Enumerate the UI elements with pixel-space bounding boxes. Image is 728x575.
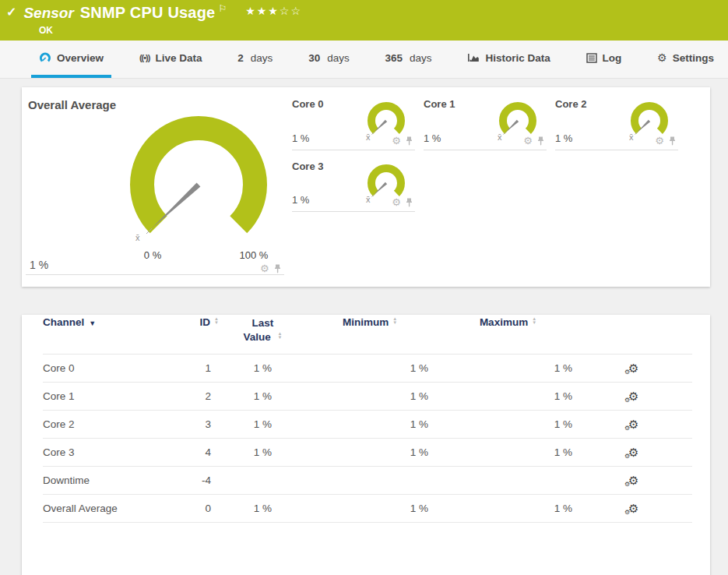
channel-maximum: 1 % bbox=[436, 411, 580, 439]
column-label: Minimum bbox=[343, 316, 389, 328]
tab-log[interactable]: Log bbox=[579, 41, 630, 78]
channel-id: 3 bbox=[187, 411, 222, 439]
gear-icon[interactable]: ⚙ bbox=[655, 136, 664, 146]
tab-number: 365 bbox=[385, 52, 403, 64]
channel-last-value: 1 % bbox=[222, 383, 304, 411]
tab-settings[interactable]: ⚙ Settings bbox=[649, 41, 722, 78]
gear-icon[interactable]: ⚙ bbox=[523, 136, 533, 146]
sort-desc-icon: ▼ bbox=[89, 319, 96, 327]
gauge-action-icons: ⚙ bbox=[655, 136, 677, 146]
sensor-title-row: ✓ Sensor SNMP CPU Usage ⚐ ★★★☆☆ bbox=[6, 2, 302, 23]
mean-marker: x̄ bbox=[135, 233, 140, 242]
gear-icon[interactable]: ⚙ bbox=[260, 263, 269, 273]
column-header-actions bbox=[580, 315, 692, 355]
channel-id: 2 bbox=[187, 383, 222, 411]
pin-icon[interactable] bbox=[273, 264, 282, 273]
channel-settings-icon[interactable]: ⚙⚙ bbox=[628, 503, 638, 514]
column-label: Maximum bbox=[480, 316, 528, 328]
channel-settings-icon[interactable]: ⚙⚙ bbox=[628, 418, 638, 430]
overall-average-gauge: x̄ bbox=[121, 111, 276, 245]
tab-label: Historic Data bbox=[485, 52, 550, 64]
object-kind-label: Sensor bbox=[23, 2, 73, 23]
pin-icon[interactable] bbox=[536, 136, 545, 146]
tab-365-days[interactable]: 365 days bbox=[378, 41, 440, 78]
channel-minimum: 1 % bbox=[304, 411, 436, 439]
svg-text:x̄: x̄ bbox=[366, 195, 371, 204]
pin-icon[interactable] bbox=[405, 198, 413, 207]
pin-icon[interactable] bbox=[405, 136, 413, 146]
mini-gauge-title: Core 3 bbox=[292, 161, 323, 172]
channel-minimum: 1 % bbox=[304, 439, 436, 467]
tab-2-days[interactable]: 2 days bbox=[230, 41, 280, 78]
sort-icon: ▲▼ bbox=[214, 317, 219, 325]
sensor-title: SNMP CPU Usage bbox=[80, 2, 216, 23]
channel-maximum: 1 % bbox=[436, 355, 580, 383]
mini-gauge-core-2: Core 2 x̄ 1 % ⚙ bbox=[555, 95, 678, 150]
column-header-maximum[interactable]: Maximum▲▼ bbox=[436, 315, 580, 355]
tab-overview[interactable]: Overview bbox=[31, 41, 111, 78]
channel-minimum: 1 % bbox=[304, 495, 436, 523]
overall-gauge-value: 1 % bbox=[30, 259, 48, 271]
channel-minimum: 1 % bbox=[304, 383, 436, 411]
sensor-status-header: ✓ Sensor SNMP CPU Usage ⚐ ★★★☆☆ OK bbox=[0, 0, 728, 41]
tab-bar: Overview ((•)) Live Data 2 days 30 days … bbox=[0, 41, 728, 79]
gauge-max-label: 100 % bbox=[234, 249, 274, 261]
channel-settings-icon[interactable]: ⚙⚙ bbox=[628, 390, 638, 402]
tab-label: days bbox=[251, 52, 273, 64]
channel-name: Core 2 bbox=[43, 411, 187, 439]
column-label: Last Value bbox=[244, 317, 274, 343]
flag-icon[interactable]: ⚐ bbox=[218, 3, 227, 14]
tab-label: Overview bbox=[57, 52, 104, 64]
channel-last-value: 1 % bbox=[222, 439, 304, 467]
mini-gauge-value: 1 % bbox=[555, 132, 572, 144]
channel-settings-icon[interactable]: ⚙⚙ bbox=[628, 362, 638, 374]
svg-text:x̄: x̄ bbox=[366, 132, 371, 142]
channel-settings-icon[interactable]: ⚙⚙ bbox=[628, 474, 638, 486]
gauges-panel: Overall Average x̄ 0 % 100 % 1 % ⚙ Core … bbox=[22, 87, 710, 287]
table-row: Core 2 3 1 % 1 % 1 % ⚙⚙ bbox=[43, 411, 692, 439]
mini-gauge-core-0: Core 0 x̄ 1 % ⚙ bbox=[292, 95, 415, 150]
tab-number: 30 bbox=[308, 52, 320, 64]
channel-id: -4 bbox=[187, 467, 222, 495]
channel-minimum bbox=[304, 467, 436, 495]
priority-stars[interactable]: ★★★☆☆ bbox=[245, 5, 302, 17]
table-row: Core 0 1 1 % 1 % 1 % ⚙⚙ bbox=[43, 355, 692, 383]
tab-historic-data[interactable]: Historic Data bbox=[459, 41, 557, 78]
gear-icon[interactable]: ⚙ bbox=[392, 197, 401, 207]
column-header-id[interactable]: ID▲▼ bbox=[187, 315, 222, 355]
gauge-action-icons: ⚙ bbox=[392, 136, 413, 146]
prtg-sensor-page: ✓ Sensor SNMP CPU Usage ⚐ ★★★☆☆ OK Overv… bbox=[0, 0, 728, 575]
tab-live-data[interactable]: ((•)) Live Data bbox=[132, 41, 210, 78]
status-badge: OK bbox=[39, 25, 53, 36]
channel-maximum bbox=[436, 467, 580, 495]
channel-table: Channel▼ ID▲▼ Last Value ▲▼ Minimum▲▼ Ma… bbox=[43, 315, 692, 523]
column-label: Channel bbox=[43, 316, 84, 328]
mini-gauge-core-1: Core 1 x̄ 1 % ⚙ bbox=[424, 95, 547, 150]
sort-icon: ▲▼ bbox=[392, 317, 397, 325]
log-list-icon bbox=[586, 53, 597, 63]
channel-last-value: 1 % bbox=[222, 355, 304, 383]
pin-icon[interactable] bbox=[668, 136, 677, 146]
gauge-action-icons: ⚙ bbox=[392, 197, 413, 207]
mini-gauge-title: Core 2 bbox=[555, 98, 586, 110]
svg-text:x̄: x̄ bbox=[498, 132, 502, 142]
tab-30-days[interactable]: 30 days bbox=[301, 41, 357, 78]
column-header-minimum[interactable]: Minimum▲▼ bbox=[304, 315, 436, 355]
sort-icon: ▲▼ bbox=[278, 332, 283, 340]
svg-text:x̄: x̄ bbox=[629, 132, 634, 142]
column-header-last-value[interactable]: Last Value ▲▼ bbox=[222, 315, 304, 355]
channel-name: Core 3 bbox=[43, 439, 187, 467]
table-row: Downtime -4 ⚙⚙ bbox=[43, 467, 692, 495]
channel-id: 4 bbox=[187, 439, 222, 467]
area-chart-icon bbox=[467, 52, 480, 63]
table-row: Core 3 4 1 % 1 % 1 % ⚙⚙ bbox=[43, 439, 692, 467]
gear-icon[interactable]: ⚙ bbox=[392, 136, 401, 146]
channel-maximum: 1 % bbox=[436, 383, 580, 411]
channel-name: Core 1 bbox=[43, 383, 187, 411]
channel-last-value: 1 % bbox=[222, 411, 304, 439]
mini-gauge-value: 1 % bbox=[424, 132, 441, 144]
column-header-channel[interactable]: Channel▼ bbox=[43, 315, 187, 355]
channel-settings-icon[interactable]: ⚙⚙ bbox=[628, 446, 638, 458]
channel-maximum: 1 % bbox=[436, 439, 580, 467]
channel-name: Overall Average bbox=[43, 495, 187, 523]
